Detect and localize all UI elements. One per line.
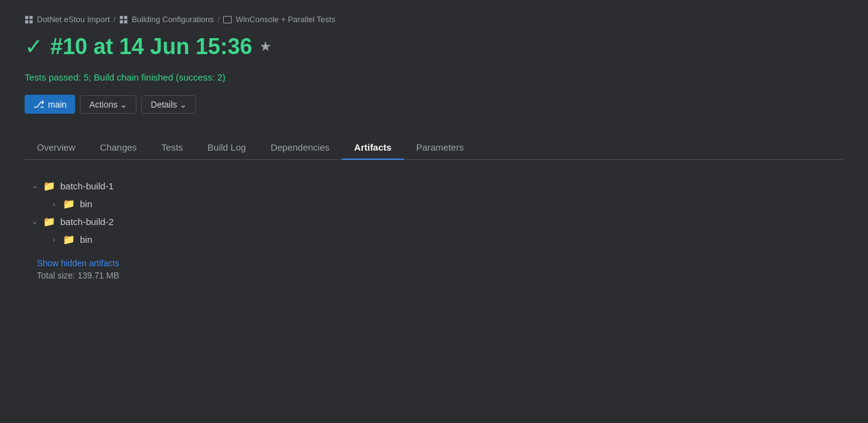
tab-build-log[interactable]: Build Log [195, 136, 259, 160]
total-size: Total size: 139.71 MB [37, 271, 843, 280]
folder-icon-batch-build-2: 📁 [43, 216, 55, 227]
actions-button[interactable]: Actions ⌄ [80, 95, 136, 114]
details-label: Details [151, 100, 177, 109]
toolbar: ⎇ main Actions ⌄ Details ⌄ [25, 95, 843, 114]
tab-overview[interactable]: Overview [25, 136, 88, 160]
actions-label: Actions [89, 100, 117, 109]
breadcrumb-project[interactable]: DotNet eStou Import [37, 15, 110, 24]
artifacts-tree: ⌄ 📁 batch-build-1 › 📁 bin ⌄ 📁 batch-buil… [25, 177, 843, 280]
breadcrumb: DotNet eStou Import / Building Configura… [25, 15, 843, 24]
breadcrumb-sep-2: / [218, 15, 220, 24]
window-icon [223, 16, 232, 23]
tree-item-bin-2: › 📁 bin [50, 231, 843, 248]
details-chevron-icon: ⌄ [180, 100, 187, 109]
tab-artifacts[interactable]: Artifacts [342, 136, 404, 160]
tab-dependencies[interactable]: Dependencies [258, 136, 342, 160]
tabs-bar: Overview Changes Tests Build Log Depende… [25, 136, 843, 160]
tree-item-batch-build-2: ⌄ 📁 batch-build-2 [31, 213, 843, 231]
actions-chevron-icon: ⌄ [120, 100, 127, 109]
tree-label-batch-build-1[interactable]: batch-build-1 [60, 181, 114, 191]
tree-label-batch-build-2[interactable]: batch-build-2 [60, 216, 114, 227]
branch-button[interactable]: ⎇ main [25, 95, 75, 114]
page-container: DotNet eStou Import / Building Configura… [0, 0, 868, 295]
folder-icon-batch-build-1: 📁 [43, 180, 55, 192]
build-number[interactable]: #10 at 14 Jun 15:36 [50, 34, 252, 60]
chevron-batch-build-1[interactable]: ⌄ [31, 182, 38, 190]
tab-tests[interactable]: Tests [149, 136, 195, 160]
breadcrumb-build[interactable]: WinConsole + Parallel Tests [235, 15, 335, 24]
chevron-bin-1[interactable]: › [50, 200, 58, 208]
branch-label: main [48, 100, 66, 109]
folder-icon-bin-2: 📁 [63, 234, 75, 245]
tree-label-bin-1[interactable]: bin [80, 199, 92, 209]
tab-changes[interactable]: Changes [88, 136, 149, 160]
details-button[interactable]: Details ⌄ [141, 95, 196, 114]
build-status-text: Tests passed: 5; Build chain finished (s… [25, 72, 843, 82]
star-icon[interactable]: ★ [259, 39, 272, 55]
grid-icon-1 [25, 15, 33, 24]
tab-parameters[interactable]: Parameters [404, 136, 476, 160]
tree-item-batch-build-1: ⌄ 📁 batch-build-1 [31, 177, 843, 195]
success-icon: ✓ [25, 36, 43, 58]
grid-icon-2 [119, 15, 128, 24]
breadcrumb-sep-1: / [114, 15, 116, 24]
chevron-batch-build-2[interactable]: ⌄ [31, 218, 38, 226]
build-title-row: ✓ #10 at 14 Jun 15:36 ★ [25, 34, 843, 60]
show-hidden-artifacts[interactable]: Show hidden artifacts [37, 258, 843, 268]
branch-icon: ⎇ [33, 98, 44, 110]
breadcrumb-config[interactable]: Building Configurations [132, 15, 214, 24]
folder-icon-bin-1: 📁 [63, 198, 75, 210]
chevron-bin-2[interactable]: › [50, 236, 58, 243]
tree-label-bin-2[interactable]: bin [80, 234, 92, 245]
tree-item-bin-1: › 📁 bin [50, 195, 843, 213]
